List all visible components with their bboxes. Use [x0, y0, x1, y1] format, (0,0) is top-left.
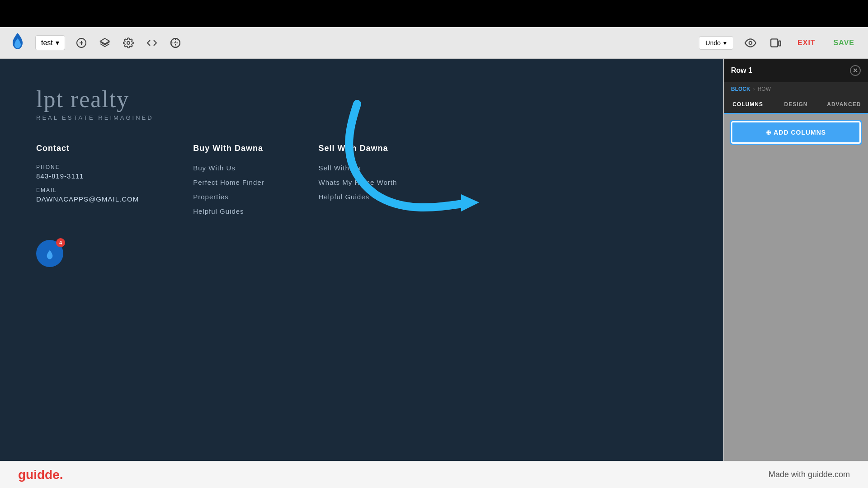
- wordpress-icon[interactable]: [168, 36, 183, 50]
- guidde-logo: guidde.: [18, 468, 63, 482]
- email-value: DAWNACAPPS@GMAIL.COM: [36, 195, 139, 203]
- code-icon[interactable]: [145, 36, 159, 50]
- side-panel: Row 1 ✕ BLOCK › ROW COLUMNS DESIGN ADVAN…: [723, 59, 868, 461]
- svg-rect-8: [779, 41, 781, 46]
- toolbar: test ▾: [0, 27, 868, 59]
- svg-point-4: [127, 42, 130, 44]
- helpful-guides-buy-link[interactable]: Helpful Guides: [193, 207, 244, 215]
- save-button[interactable]: SAVE: [829, 36, 859, 50]
- add-icon[interactable]: [74, 36, 89, 50]
- svg-rect-7: [771, 39, 778, 47]
- undo-button[interactable]: Undo ▾: [699, 36, 733, 50]
- whats-my-home-worth-link[interactable]: Whats My Home Worth: [319, 178, 397, 186]
- list-item: Whats My Home Worth: [319, 178, 397, 187]
- project-dropdown[interactable]: test ▾: [35, 35, 65, 50]
- helpful-guides-sell-link[interactable]: Helpful Guides: [319, 193, 369, 201]
- breadcrumb-separator: ›: [753, 86, 755, 92]
- svg-point-6: [749, 41, 752, 44]
- logo-text: lpt realty: [36, 86, 687, 113]
- toolbar-icons: [74, 36, 183, 50]
- main-area: lpt realty REAL ESTATE REIMAGINED Contac…: [0, 59, 868, 461]
- layers-icon[interactable]: [98, 36, 112, 50]
- list-item: Perfect Home Finder: [193, 178, 264, 187]
- chevron-down-icon: ▾: [723, 39, 726, 47]
- badge-area: 4: [36, 240, 63, 267]
- buy-heading: Buy With Dawna: [193, 144, 264, 153]
- perfect-home-link[interactable]: Perfect Home Finder: [193, 178, 264, 186]
- app-logo[interactable]: [9, 32, 26, 54]
- panel-header: Row 1 ✕: [724, 59, 868, 82]
- exit-button[interactable]: EXIT: [793, 36, 820, 50]
- bottom-bar: guidde. Made with guidde.com: [0, 461, 868, 488]
- logo-area: lpt realty REAL ESTATE REIMAGINED: [36, 86, 687, 121]
- phone-value: 843-819-3111: [36, 172, 139, 180]
- panel-close-button[interactable]: ✕: [850, 65, 861, 76]
- logo-subtitle: REAL ESTATE REIMAGINED: [36, 114, 687, 121]
- chevron-down-icon: ▾: [56, 38, 59, 47]
- tab-advanced[interactable]: ADVANCED: [820, 96, 868, 113]
- footer-columns: Contact PHONE 843-819-3111 EMAIL DAWNACA…: [36, 144, 687, 222]
- panel-tabs: COLUMNS DESIGN ADVANCED: [724, 96, 868, 114]
- settings-icon[interactable]: [121, 36, 136, 50]
- add-columns-button[interactable]: ⊕ ADD COLUMNS: [731, 121, 861, 144]
- breadcrumb-block[interactable]: BLOCK: [731, 86, 750, 92]
- undo-label: Undo: [706, 39, 721, 47]
- badge-circle: 4: [36, 240, 63, 267]
- contact-heading: Contact: [36, 144, 139, 153]
- panel-content: ⊕ ADD COLUMNS: [724, 114, 868, 461]
- footer-sell-col: Sell With Dawna Sell With Us Whats My Ho…: [319, 144, 397, 222]
- badge-count: 4: [56, 238, 65, 247]
- list-item: Helpful Guides: [319, 193, 397, 201]
- toolbar-right: Undo ▾ EXIT SAVE: [699, 35, 859, 51]
- phone-label: PHONE: [36, 164, 139, 170]
- preview-icon[interactable]: [742, 35, 759, 51]
- guidde-tagline: Made with guidde.com: [769, 470, 850, 479]
- list-item: Helpful Guides: [193, 207, 264, 216]
- toolbar-left: test ▾: [9, 32, 699, 54]
- tab-columns[interactable]: COLUMNS: [724, 96, 772, 114]
- tab-design[interactable]: DESIGN: [772, 96, 820, 113]
- list-item: Buy With Us: [193, 164, 264, 172]
- sell-links-list: Sell With Us Whats My Home Worth Helpful…: [319, 164, 397, 201]
- list-item: Properties: [193, 193, 264, 201]
- project-name: test: [41, 39, 53, 47]
- buy-with-us-link[interactable]: Buy With Us: [193, 164, 236, 172]
- panel-breadcrumb: BLOCK › ROW: [724, 82, 868, 96]
- footer-buy-col: Buy With Dawna Buy With Us Perfect Home …: [193, 144, 264, 222]
- footer-contact-col: Contact PHONE 843-819-3111 EMAIL DAWNACA…: [36, 144, 139, 222]
- sell-with-us-link[interactable]: Sell With Us: [319, 164, 361, 172]
- sell-heading: Sell With Dawna: [319, 144, 397, 153]
- panel-title: Row 1: [731, 66, 752, 75]
- responsive-icon[interactable]: [768, 35, 784, 51]
- properties-link[interactable]: Properties: [193, 193, 228, 201]
- breadcrumb-row: ROW: [758, 86, 771, 92]
- buy-links-list: Buy With Us Perfect Home Finder Properti…: [193, 164, 264, 216]
- top-black-bar: [0, 0, 868, 27]
- footer-preview: lpt realty REAL ESTATE REIMAGINED Contac…: [0, 59, 723, 461]
- guidde-logo-text: guidde.: [18, 468, 63, 482]
- email-label: EMAIL: [36, 187, 139, 193]
- list-item: Sell With Us: [319, 164, 397, 172]
